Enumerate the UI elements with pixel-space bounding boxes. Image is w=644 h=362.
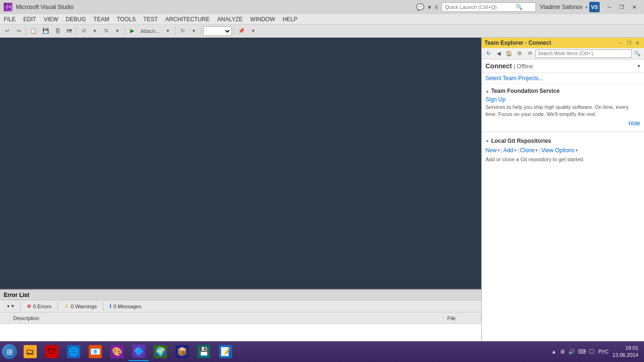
te-home-btn[interactable]: 🏠 [504,49,514,58]
te-settings-btn[interactable]: ⚙ [515,49,524,58]
menu-edit[interactable]: EDIT [19,14,40,24]
menu-architecture[interactable]: ARCHITECTURE [162,14,214,24]
filter-icon[interactable]: ▾ [428,3,431,11]
menu-view[interactable]: VIEW [40,14,62,24]
network-icon[interactable]: 🖥 [560,348,565,355]
close-button[interactable]: ✕ [628,2,640,12]
volume-icon[interactable]: 🔊 [568,348,575,355]
git-new-link[interactable]: New [485,147,497,154]
git-view-options-link[interactable]: View Options [541,147,574,154]
taskbar-lang: РУС [598,349,609,354]
menu-debug[interactable]: DEBUG [62,14,90,24]
refresh-btn[interactable]: ↻ [177,26,188,36]
copy-btn[interactable]: 📋 [28,26,39,36]
menu-file[interactable]: FILE [0,14,19,24]
pin-btn[interactable]: 📌 [236,26,247,36]
git-clone-link[interactable]: Clone [520,147,535,154]
tfs-signup-link[interactable]: Sign Up [485,96,506,103]
attach-dropdown[interactable]: ▾ [163,26,173,36]
show-hidden-icon[interactable]: ▲ [551,348,557,355]
taskbar-app-package[interactable]: 📦 [172,342,192,361]
messages-filter-btn[interactable]: ℹ 0 Messages [106,302,144,311]
taskbar-system-icons: ▲ 🖥 🔊 ⌨ 🖵 [551,348,594,355]
menu-window[interactable]: WINDOW [246,14,279,24]
error-list-toolbar: ▾ ▾ ⊗ 0 Errors ⚠ 0 Warnings ℹ [0,300,481,313]
config-combo[interactable] [203,26,232,36]
taskbar-app-storage[interactable]: 💾 [193,342,214,361]
git-clone-dropdown[interactable]: ▾ [535,148,538,153]
taskbar-time-area[interactable]: 19:01 13.06.2014 [612,345,638,359]
minimize-button[interactable]: ─ [603,2,616,12]
git-new-dropdown[interactable]: ▾ [498,148,500,153]
taskbar-app-word[interactable]: 📝 [215,342,236,361]
menu-test[interactable]: TEST [140,14,162,24]
refresh-dropdown[interactable]: ▾ [189,26,199,36]
taskbar-app-file-explorer[interactable]: 🗂 [20,342,41,361]
save-all-btn[interactable]: 🗄 [52,26,63,36]
tfs-hide-link[interactable]: Hide [485,119,640,128]
user-profile[interactable]: Vladimir Safonov ▾ VS [540,2,600,12]
user-dropdown-arrow[interactable]: ▾ [585,5,587,9]
te-connect-header: Connect | Offline ▾ [482,59,644,73]
redo-btn[interactable]: ↻ [101,26,111,36]
git-collapse-icon[interactable]: ▲ [485,139,489,143]
chat-icon[interactable]: 💬 [416,3,424,11]
run-btn[interactable]: ▶ [127,26,137,36]
te-connect-label: Connect | Offline [485,62,533,70]
quick-launch-search[interactable]: 🔍 [442,2,536,12]
te-sync-btn[interactable]: ⟳ [525,49,535,58]
tfs-collapse-icon[interactable]: ▲ [485,89,489,93]
undo-btn[interactable]: ↺ [78,26,89,36]
te-minimize-btn[interactable]: ─ [617,39,624,47]
ie-icon: 🌐 [67,345,80,358]
te-back-btn[interactable]: ◀ [494,49,503,58]
git-actions: New ▾ | Add ▾ | Clone ▾ | View Options ▾ [485,146,640,155]
pin-dropdown[interactable]: ▾ [248,26,259,36]
git-add-dropdown[interactable]: ▾ [514,148,517,153]
taskbar-date: 13.06.2014 [612,352,638,359]
git-add-link[interactable]: Add [503,147,513,154]
te-search-input[interactable] [535,49,632,58]
taskbar-app-ie[interactable]: 🌐 [63,342,84,361]
redo-dropdown[interactable]: ▾ [112,26,123,36]
te-search-btn[interactable]: 🔍 [633,49,642,58]
errors-label: 0 Errors [33,304,51,309]
error-list-titlebar: Error List [0,290,481,300]
select-team-projects-link[interactable]: Select Team Projects... [482,73,644,84]
title-bar-left: Microsoft Visual Studio [4,3,74,11]
taskbar: ⊞ 🗂 🛡 🌐 📧 🎨 🔷 🌍 📦 💾 📝 [0,341,644,362]
te-refresh-btn[interactable]: ↻ [484,49,493,58]
te-connect-dropdown[interactable]: ▾ [637,63,640,69]
warnings-filter-btn[interactable]: ⚠ 0 Warnings [61,302,100,311]
left-content: Error List ▾ ▾ ⊗ 0 Errors ⚠ 0 War [0,38,481,350]
menu-tools[interactable]: TOOLS [113,14,139,24]
save-btn[interactable]: 💾 [40,26,51,36]
keyboard-icon[interactable]: ⌨ [578,348,586,355]
start-button[interactable]: ⊞ [2,344,17,359]
menu-help[interactable]: HELP [279,14,301,24]
warning-icon: ⚠ [64,303,69,309]
taskbar-app-paint[interactable]: 🎨 [107,342,127,361]
attach-btn[interactable]: Attach... [138,26,162,36]
taskbar-app-antivirus[interactable]: 🛡 [42,342,62,361]
taskbar-app-chrome[interactable]: 🌍 [150,342,171,361]
undo-back-btn[interactable]: ↩ [2,26,12,36]
quick-launch-input[interactable] [445,4,516,10]
te-restore-btn[interactable]: ❐ [625,39,633,47]
menu-team[interactable]: TEAM [90,14,113,24]
nav-btn[interactable]: 🗺 [64,26,74,36]
menu-analyze[interactable]: ANALYZE [214,14,247,24]
restore-button[interactable]: ❐ [616,2,628,12]
te-close-btn[interactable]: ✕ [634,39,641,47]
undo-dropdown[interactable]: ▾ [90,26,100,36]
taskbar-app-outlook[interactable]: 📧 [85,342,106,361]
filter-btn[interactable]: ▾ ▾ [4,302,17,311]
redo-fwd-btn[interactable]: ↪ [13,26,24,36]
title-bar-right-area: 💬 ▾ 6 🔍 Vladimir Safonov ▾ VS ─ ❐ ✕ [416,2,640,12]
git-view-options-dropdown[interactable]: ▾ [576,148,578,153]
taskbar-app-visual-studio[interactable]: 🔷 [128,342,149,361]
errors-filter-btn[interactable]: ⊗ 0 Errors [24,302,55,311]
chrome-icon: 🌍 [154,345,167,358]
user-avatar: VS [589,2,600,12]
display-icon[interactable]: 🖵 [589,348,594,355]
